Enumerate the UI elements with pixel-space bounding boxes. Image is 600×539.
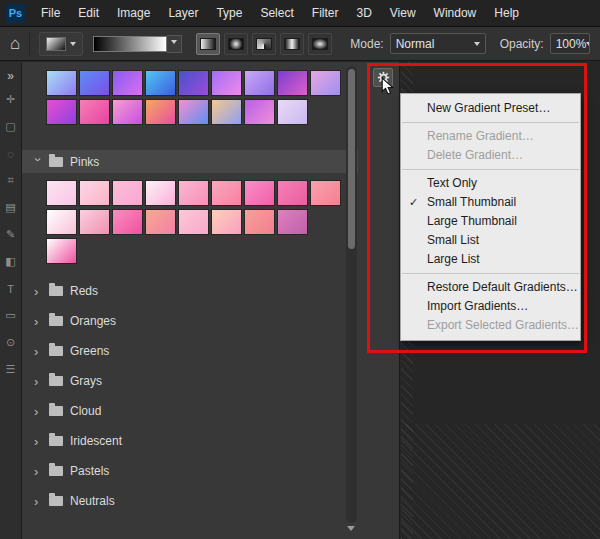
menubar-item-view[interactable]: View: [381, 0, 425, 26]
gradient-type-diamond-button[interactable]: [308, 33, 332, 55]
menu-item-import-gradients[interactable]: Import Gradients…: [401, 297, 580, 316]
expand-dock-icon[interactable]: »: [0, 66, 21, 86]
move-tool-icon[interactable]: ✛: [0, 86, 21, 113]
gradient-preview[interactable]: [93, 36, 167, 52]
gradient-swatch[interactable]: [178, 209, 209, 235]
gradient-swatch[interactable]: [277, 180, 308, 206]
gradient-swatch[interactable]: [277, 209, 308, 235]
gradient-swatch[interactable]: [79, 180, 110, 206]
gradient-swatch[interactable]: [244, 180, 275, 206]
gradient-swatch[interactable]: [79, 99, 110, 125]
gradient-swatch[interactable]: [211, 70, 242, 96]
gradient-swatch[interactable]: [178, 99, 209, 125]
crop-tool-icon[interactable]: ⌗: [0, 167, 21, 194]
menu-item-new-gradient-preset[interactable]: New Gradient Preset…: [401, 99, 580, 118]
folder-row-pastels[interactable]: ›Pastels: [22, 460, 358, 482]
menubar-item-select[interactable]: Select: [251, 0, 302, 26]
zoom-tool-icon[interactable]: ⊙: [0, 329, 21, 356]
folder-row-grays[interactable]: ›Grays: [22, 370, 358, 392]
menubar-item-3d[interactable]: 3D: [347, 0, 380, 26]
folder-row-oranges[interactable]: ›Oranges: [22, 310, 358, 332]
gradient-swatch[interactable]: [112, 99, 143, 125]
gradient-swatch[interactable]: [112, 70, 143, 96]
scrollbar-thumb[interactable]: [348, 69, 355, 249]
panel-menu-icon[interactable]: ☰: [0, 356, 21, 383]
folder-row-neutrals[interactable]: ›Neutrals: [22, 490, 358, 512]
gradient-swatch[interactable]: [79, 209, 110, 235]
gradient-swatch[interactable]: [310, 180, 341, 206]
gradient-swatch[interactable]: [46, 99, 77, 125]
group-header-pinks[interactable]: › Pinks: [22, 150, 358, 173]
menubar-item-window[interactable]: Window: [425, 0, 486, 26]
shape-tool-icon[interactable]: ▭: [0, 302, 21, 329]
tool-preset-picker[interactable]: [39, 32, 83, 56]
menu-item-text-only[interactable]: Text Only: [401, 174, 580, 193]
gradient-swatch[interactable]: [178, 180, 209, 206]
gradient-swatch[interactable]: [277, 70, 308, 96]
marquee-tool-icon[interactable]: ▢: [0, 113, 21, 140]
gradient-swatch[interactable]: [244, 70, 275, 96]
chevron-collapsed-icon[interactable]: ›: [34, 345, 42, 358]
gradient-type-linear-button[interactable]: [196, 33, 220, 55]
chevron-collapsed-icon[interactable]: ›: [34, 495, 42, 508]
folder-row-cloud[interactable]: ›Cloud: [22, 400, 358, 422]
gradient-swatch[interactable]: [46, 70, 77, 96]
menubar-item-type[interactable]: Type: [207, 0, 251, 26]
gradient-swatch[interactable]: [244, 99, 275, 125]
menu-item-restore-default-gradients[interactable]: Restore Default Gradients…: [401, 278, 580, 297]
menubar-item-filter[interactable]: Filter: [303, 0, 348, 26]
menu-item-small-thumbnail[interactable]: ✓Small Thumbnail: [401, 193, 580, 212]
menu-item-large-list[interactable]: Large List: [401, 250, 580, 269]
gradient-type-angle-button[interactable]: [252, 33, 276, 55]
folder-row-greens[interactable]: ›Greens: [22, 340, 358, 362]
gradient-swatch[interactable]: [277, 99, 308, 125]
folder-row-reds[interactable]: ›Reds: [22, 280, 358, 302]
menubar-item-help[interactable]: Help: [485, 0, 528, 26]
chevron-collapsed-icon[interactable]: ›: [34, 315, 42, 328]
gradient-swatch[interactable]: [145, 70, 176, 96]
gradient-swatch[interactable]: [145, 99, 176, 125]
gradient-swatch[interactable]: [145, 209, 176, 235]
healing-tool-icon[interactable]: ▤: [0, 194, 21, 221]
gradient-swatch[interactable]: [211, 209, 242, 235]
chevron-collapsed-icon[interactable]: ›: [34, 405, 42, 418]
gradient-swatch[interactable]: [244, 209, 275, 235]
menubar-item-edit[interactable]: Edit: [69, 0, 108, 26]
gradient-swatch[interactable]: [310, 70, 341, 96]
chevron-collapsed-icon[interactable]: ›: [34, 285, 42, 298]
folder-row-iridescent[interactable]: ›Iridescent: [22, 430, 358, 452]
chevron-expanded-icon[interactable]: ›: [32, 158, 45, 166]
gradient-type-radial-button[interactable]: [224, 33, 248, 55]
menu-item-small-list[interactable]: Small List: [401, 231, 580, 250]
gradient-swatch[interactable]: [112, 209, 143, 235]
gradient-tool-icon[interactable]: ◧: [0, 248, 21, 275]
gradient-editor-bar[interactable]: [93, 35, 182, 53]
menubar-item-image[interactable]: Image: [108, 0, 159, 26]
gradient-swatch[interactable]: [46, 209, 77, 235]
brush-tool-icon[interactable]: ✎: [0, 221, 21, 248]
home-icon[interactable]: ⌂: [10, 35, 20, 52]
lasso-tool-icon[interactable]: ◌: [0, 140, 21, 167]
menu-item-large-thumbnail[interactable]: Large Thumbnail: [401, 212, 580, 231]
gradient-swatch[interactable]: [79, 70, 110, 96]
scroll-down-arrow-icon[interactable]: [347, 526, 355, 535]
menubar-item-layer[interactable]: Layer: [159, 0, 207, 26]
gradient-type-reflected-button[interactable]: [280, 33, 304, 55]
gradient-swatch[interactable]: [178, 70, 209, 96]
chevron-collapsed-icon[interactable]: ›: [34, 375, 42, 388]
gradient-swatch[interactable]: [145, 180, 176, 206]
menubar-item-file[interactable]: File: [32, 0, 69, 26]
scrollbar[interactable]: [346, 66, 357, 523]
opacity-select[interactable]: 100%: [550, 33, 590, 54]
gradient-picker-dropdown[interactable]: [167, 35, 182, 53]
panel-menu-gear-button[interactable]: [373, 68, 393, 87]
chevron-collapsed-icon[interactable]: ›: [34, 435, 42, 448]
gradient-swatch[interactable]: [46, 238, 77, 264]
chevron-collapsed-icon[interactable]: ›: [34, 465, 42, 478]
gradient-swatch[interactable]: [211, 180, 242, 206]
type-tool-icon[interactable]: T: [0, 275, 21, 302]
gradient-swatch[interactable]: [112, 180, 143, 206]
mode-select[interactable]: Normal: [390, 33, 486, 54]
gradient-swatch[interactable]: [46, 180, 77, 206]
gradient-swatch[interactable]: [211, 99, 242, 125]
